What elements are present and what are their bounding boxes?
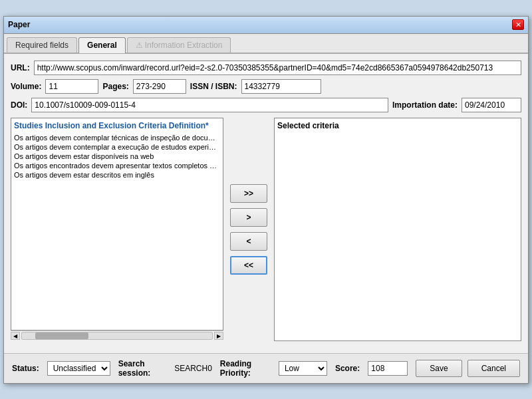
scrollbar-track[interactable] xyxy=(21,332,213,340)
issn-input[interactable] xyxy=(241,79,321,94)
move-all-left-button[interactable]: << xyxy=(230,256,267,275)
tab-general[interactable]: General xyxy=(78,37,126,53)
status-select[interactable]: Unclassified Included Excluded xyxy=(47,361,110,376)
reading-priority-label: Reading Priority: xyxy=(220,359,271,378)
url-row: URL: xyxy=(11,61,521,75)
save-button[interactable]: Save xyxy=(416,360,462,377)
criteria-left-box[interactable]: Studies Inclusion and Exclusion Criteria… xyxy=(11,118,223,331)
criteria-left-title: Studies Inclusion and Exclusion Criteria… xyxy=(14,121,220,130)
criteria-right-box[interactable]: Selected criteria xyxy=(274,118,521,341)
main-content: URL: Volume: Pages: ISSN / ISBN: DOI: Im… xyxy=(4,54,528,353)
scroll-left-arrow[interactable]: ◀ xyxy=(11,332,20,340)
close-button[interactable]: ✕ xyxy=(512,19,524,30)
tab-required-fields[interactable]: Required fields xyxy=(7,37,77,53)
importation-date-input[interactable] xyxy=(462,98,521,112)
list-item: Os artigos encontrados devem apresentar … xyxy=(14,161,220,170)
volume-input[interactable] xyxy=(45,79,98,94)
scrollbar-thumb[interactable] xyxy=(35,332,88,339)
importation-date-label: Importation date: xyxy=(392,100,458,110)
cancel-button[interactable]: Cancel xyxy=(467,360,520,377)
url-label: URL: xyxy=(11,63,30,72)
footer: Status: Unclassified Included Excluded S… xyxy=(4,353,528,383)
pages-input[interactable] xyxy=(133,79,186,94)
list-item: Os artigos devem estar disponíveis na we… xyxy=(14,152,220,161)
move-all-right-button[interactable]: >> xyxy=(230,184,267,203)
arrow-buttons-group: >> > < << xyxy=(229,118,269,341)
status-label: Status: xyxy=(12,364,39,373)
list-item: Os artigos devem contemplar a execução d… xyxy=(14,142,220,152)
left-criteria-panel: Studies Inclusion and Exclusion Criteria… xyxy=(11,118,223,341)
tab-bar: Required fields General ⚠Information Ext… xyxy=(4,34,528,54)
footer-actions: Save Cancel xyxy=(416,360,520,377)
search-session-value: SEARCH0 xyxy=(174,364,212,373)
reading-priority-select[interactable]: Low Medium High xyxy=(279,361,327,376)
window-title: Paper xyxy=(8,20,30,29)
doi-label: DOI: xyxy=(11,100,27,110)
warning-icon: ⚠ xyxy=(136,41,143,50)
main-window: Paper ✕ Required fields General ⚠Informa… xyxy=(3,16,529,384)
issn-label: ISSN / ISBN: xyxy=(190,82,237,91)
scroll-right-arrow[interactable]: ▶ xyxy=(214,332,223,340)
criteria-right-title: Selected criteria xyxy=(277,121,518,130)
doi-input[interactable] xyxy=(31,98,388,112)
score-label: Score: xyxy=(335,364,360,373)
horizontal-scrollbar[interactable]: ◀ ▶ xyxy=(11,331,223,341)
doi-row: DOI: Importation date: xyxy=(11,98,521,112)
search-session-label: Search session: xyxy=(118,359,166,378)
tab-information-extraction[interactable]: ⚠Information Extraction xyxy=(127,37,231,53)
criteria-area: Studies Inclusion and Exclusion Criteria… xyxy=(11,118,521,341)
list-item: Os artigos devem estar descritos em ingl… xyxy=(14,170,220,180)
pages-label: Pages: xyxy=(102,82,128,91)
list-item: Os artigos devem contemplar técnicas de … xyxy=(14,133,220,142)
move-left-button[interactable]: < xyxy=(230,232,267,251)
volume-row: Volume: Pages: ISSN / ISBN: xyxy=(11,79,521,94)
volume-label: Volume: xyxy=(11,82,41,91)
score-input[interactable] xyxy=(368,361,408,376)
move-right-button[interactable]: > xyxy=(230,208,267,227)
url-input[interactable] xyxy=(34,61,521,75)
title-bar: Paper ✕ xyxy=(4,17,528,34)
